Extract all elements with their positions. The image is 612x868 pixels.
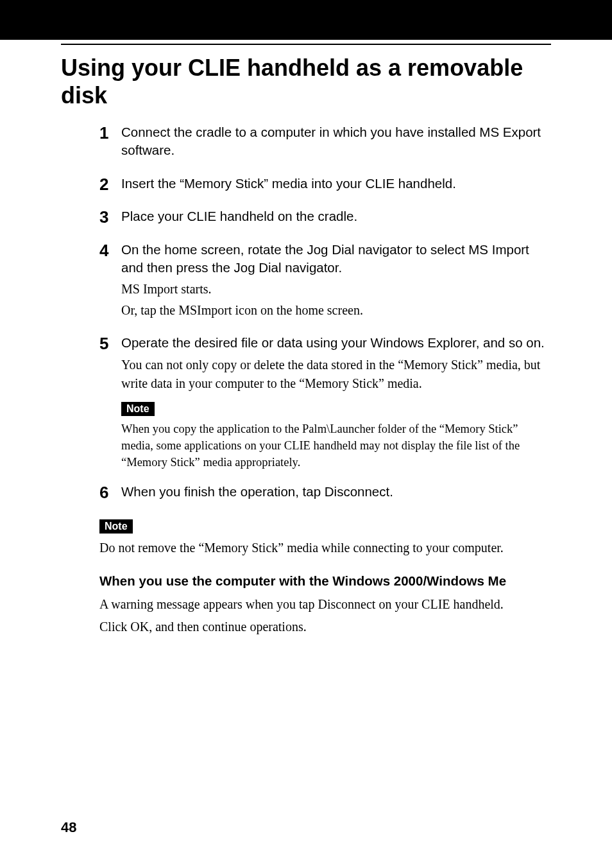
- step-5: 5 Operate the desired file or data using…: [99, 334, 551, 471]
- step-instruction: Insert the “Memory Stick” media into you…: [121, 175, 551, 193]
- step-1: 1 Connect the cradle to a computer in wh…: [99, 123, 551, 162]
- sub-paragraph: A warning message appears when you tap D…: [99, 595, 551, 614]
- step-instruction: Place your CLIE handheld on the cradle.: [121, 207, 551, 225]
- note-text: Do not remove the “Memory Stick” media w…: [99, 539, 551, 557]
- header-black-bar: [0, 0, 612, 40]
- page-number: 48: [61, 819, 76, 836]
- step-instruction: Operate the desired file or data using y…: [121, 334, 551, 352]
- note-text: When you copy the application to the Pal…: [121, 421, 551, 471]
- step-body: Connect the cradle to a computer in whic…: [121, 123, 551, 162]
- note-badge: Note: [99, 519, 133, 534]
- step-instruction: When you finish the operation, tap Disco…: [121, 483, 551, 501]
- step-subtext: Or, tap the MSImport icon on the home sc…: [121, 301, 551, 320]
- subsection-windows: When you use the computer with the Windo…: [99, 572, 551, 636]
- step-body: Place your CLIE handheld on the cradle.: [121, 207, 551, 229]
- step-body: Insert the “Memory Stick” media into you…: [121, 175, 551, 196]
- sub-paragraph: Click OK, and then continue operations.: [99, 618, 551, 636]
- sub-heading: When you use the computer with the Windo…: [99, 572, 551, 590]
- step-body: When you finish the operation, tap Disco…: [121, 483, 551, 505]
- step-body: Operate the desired file or data using y…: [121, 334, 551, 471]
- step-6: 6 When you finish the operation, tap Dis…: [99, 483, 551, 505]
- step-subtext: MS Import starts.: [121, 280, 551, 299]
- step-4: 4 On the home screen, rotate the Jog Dia…: [99, 241, 551, 322]
- step-number: 2: [99, 175, 121, 196]
- step-number: 1: [99, 123, 121, 162]
- step-instruction: On the home screen, rotate the Jog Dial …: [121, 241, 551, 276]
- step-number: 5: [99, 334, 121, 471]
- step-number: 6: [99, 483, 121, 505]
- step-3: 3 Place your CLIE handheld on the cradle…: [99, 207, 551, 229]
- outer-note: Note Do not remove the “Memory Stick” me…: [99, 513, 551, 557]
- note-badge: Note: [121, 402, 155, 416]
- step-subtext: You can not only copy or delete the data…: [121, 356, 551, 393]
- step-2: 2 Insert the “Memory Stick” media into y…: [99, 175, 551, 196]
- step-number: 3: [99, 207, 121, 229]
- step-instruction: Connect the cradle to a computer in whic…: [121, 123, 551, 159]
- horizontal-rule: [61, 44, 551, 45]
- page-content: Using your CLIE handheld as a removable …: [0, 54, 612, 636]
- page-title: Using your CLIE handheld as a removable …: [61, 54, 551, 109]
- step-number: 4: [99, 241, 121, 322]
- steps-list: 1 Connect the cradle to a computer in wh…: [99, 123, 551, 504]
- step-body: On the home screen, rotate the Jog Dial …: [121, 241, 551, 322]
